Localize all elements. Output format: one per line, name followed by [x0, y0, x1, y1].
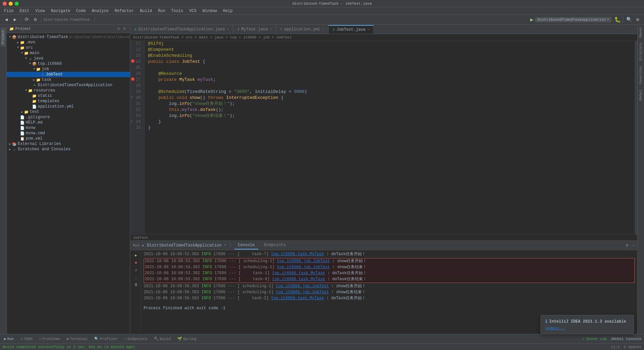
menu-analyze[interactable]: Analyze [89, 8, 111, 14]
btn-terminal[interactable]: ▶ Terminal [65, 336, 89, 342]
jrebel-panel-tab[interactable]: JRebel [639, 88, 643, 103]
editor-scrollbar[interactable] [635, 41, 637, 234]
btn-profiler[interactable]: 🔍 Profiler [93, 336, 119, 342]
tree-item-app[interactable]: A DistributedTimedTaskApplication [7, 82, 130, 88]
run-stop-btn[interactable]: ■ [133, 260, 139, 266]
collapse-all-btn[interactable]: ⊟ [116, 26, 121, 31]
run-tab-endpoints[interactable]: Endpoints [261, 241, 289, 249]
run-app-tab[interactable]: DistributedTimedTaskApplication [147, 243, 221, 248]
menu-run[interactable]: Run [155, 8, 168, 14]
structure-panel-tab[interactable]: Structure [639, 41, 643, 62]
run-settings-btn[interactable]: ⚙ [626, 243, 628, 248]
tree-item-help[interactable]: 📄 HELP.md [7, 120, 130, 125]
tree-item-mvnw[interactable]: 📄 mvnw [7, 125, 130, 131]
tree-item-pom[interactable]: 📋 pom.xml [7, 136, 130, 141]
menu-refactor[interactable]: Refactor [112, 8, 137, 14]
tab-close-jobtest[interactable]: × [367, 28, 369, 32]
run-config-dropdown-icon[interactable]: ▼ [607, 18, 609, 21]
tab-jobtest-java[interactable]: J JobTest.java × [329, 25, 374, 34]
close-btn[interactable] [3, 2, 7, 6]
menu-tools[interactable]: Tools [169, 8, 186, 14]
tree-item-resources[interactable]: ▼ 📁 resources [7, 88, 130, 93]
btn-build[interactable]: 🔨 Build [153, 336, 172, 342]
run-play-btn[interactable]: ▶ [133, 253, 139, 259]
menu-view[interactable]: View [33, 8, 48, 14]
tree-item-job[interactable]: ▼ 📁 job [7, 66, 130, 72]
tab-app-java[interactable]: A DistributedTimedTaskApplication.java × [130, 25, 233, 34]
window-controls[interactable] [3, 2, 19, 6]
run-config[interactable]: DistributedTimedTaskApplication ▼ [535, 17, 612, 22]
tree-item-package[interactable]: ▼ 📦 top.it6666 [7, 61, 130, 66]
package-icon: 📦 [32, 61, 37, 66]
code-content[interactable]: @Slf4j @Component @EnableScheduling publ… [145, 41, 635, 234]
tree-item-mvn[interactable]: ▶ 📁 .mvn [7, 40, 130, 45]
log-class-2[interactable]: top.it6666.job.JobTest [277, 258, 330, 265]
tree-item-static[interactable]: 📁 static [7, 93, 130, 99]
menu-edit[interactable]: Edit [17, 8, 32, 14]
tab-appyml[interactable]: Y application.yml × [276, 25, 329, 34]
tree-item-jobtest[interactable]: J JobTest [7, 72, 130, 77]
run-tab-close[interactable]: × [224, 243, 226, 247]
tree-item-task[interactable]: ▶ 📁 task [7, 77, 130, 82]
tab-mytask-java[interactable]: J MyTask.java × [233, 25, 276, 34]
code-editor[interactable]: 21 22 23 🔴 24 25 26 🔴 27 28 29 [130, 41, 637, 234]
settings-main-btn[interactable]: ⚙ [634, 16, 641, 23]
tree-item-test[interactable]: ▶ 📁 test [7, 109, 130, 115]
maximize-btn[interactable] [15, 2, 19, 6]
forward-btn[interactable]: ▶ [11, 16, 19, 23]
minimize-btn[interactable] [9, 2, 13, 6]
log-class-7[interactable]: top.it6666.job.JobTest [276, 289, 329, 296]
tree-item-gitignore[interactable]: 📄 .gitignore [7, 115, 130, 120]
settings-project-btn[interactable]: ⚙ [122, 26, 127, 31]
project-panel-tab[interactable]: Project [1, 27, 6, 47]
tab-close-app[interactable]: × [227, 28, 229, 31]
menu-window[interactable]: Window [200, 8, 219, 14]
type-jobtest: JobTest [182, 59, 202, 65]
debug-button[interactable]: 🐛 [614, 16, 621, 23]
run-button[interactable]: ▶ [530, 16, 533, 23]
log-class-4[interactable]: top.it6666.task.MyTask [272, 270, 325, 277]
menu-navigate[interactable]: Navigate [48, 8, 73, 14]
run-scroll-end-btn[interactable]: ↓ [133, 275, 139, 281]
run-rerun-btn[interactable]: ↺ [133, 268, 139, 274]
maven-panel-tab[interactable]: Maven [639, 26, 643, 39]
log-class-3[interactable]: top.it6666.job.JobTest [277, 264, 330, 271]
btn-run[interactable]: ▶ Run [3, 336, 15, 342]
tree-arrow-static [28, 94, 32, 98]
tree-item-appyml[interactable]: 📄 application.yml [7, 104, 130, 109]
favorites-panel-tab[interactable]: Favorites [639, 65, 643, 85]
tree-label-java: java [34, 56, 43, 61]
back-btn[interactable]: ◀ [3, 16, 10, 23]
menu-help[interactable]: Help [220, 8, 235, 14]
log-class-1[interactable]: top.it6666.task.MyTask [271, 251, 324, 258]
tree-item-src[interactable]: ▼ 📁 src [7, 45, 130, 50]
run-minimize-btn[interactable]: ─ [632, 243, 635, 248]
tree-item-main[interactable]: ▼ 📁 main [7, 50, 130, 56]
tab-close-appyml[interactable]: × [322, 28, 324, 31]
tree-item-ext-libs[interactable]: ▶ 📚 External Libraries [7, 141, 130, 147]
tree-item-templates[interactable]: 📁 templates [7, 99, 130, 104]
btn-problems[interactable]: ⚠ Problems [38, 336, 61, 342]
log-class-8[interactable]: top.it6666.task.MyTask [271, 295, 324, 302]
tree-item-scratches[interactable]: ▶ ✏ Scratches and Consoles [7, 147, 130, 152]
jrebel-console-btn[interactable]: JRebel Console [611, 337, 641, 341]
btn-todo[interactable]: ☑ TODO [19, 336, 34, 342]
tree-item-root[interactable]: ▼ 📦 distributed-TimedTask D:\Develop\Ide… [7, 34, 130, 40]
btn-spring[interactable]: 🌱 Spring [176, 336, 198, 342]
menu-build[interactable]: Build [137, 8, 155, 14]
menu-vcs[interactable]: VCS [187, 8, 199, 14]
tree-item-mvnwcmd[interactable]: 📄 mvnw.cmd [7, 131, 130, 136]
log-class-6[interactable]: top.it6666.job.JobTest [276, 283, 329, 290]
run-tab-console[interactable]: Console [234, 241, 258, 249]
menu-file[interactable]: File [1, 8, 16, 14]
tab-close-mytask[interactable]: × [270, 28, 272, 31]
menu-code[interactable]: Code [73, 8, 89, 14]
tree-item-java[interactable]: ▼ ☕ java [7, 56, 130, 61]
notif-update-link[interactable]: Update... [545, 326, 565, 330]
log-class-5[interactable]: top.it6666.task.MyTask [272, 276, 325, 283]
btn-endpoints[interactable]: ⚡ Endpoints [123, 336, 149, 342]
search-everywhere-btn[interactable]: 🔍 [625, 16, 633, 23]
sync-btn[interactable]: ⟳ [23, 16, 30, 23]
settings-btn[interactable]: ⚙ [32, 16, 39, 23]
run-clear-btn[interactable]: 🗑 [133, 282, 139, 288]
